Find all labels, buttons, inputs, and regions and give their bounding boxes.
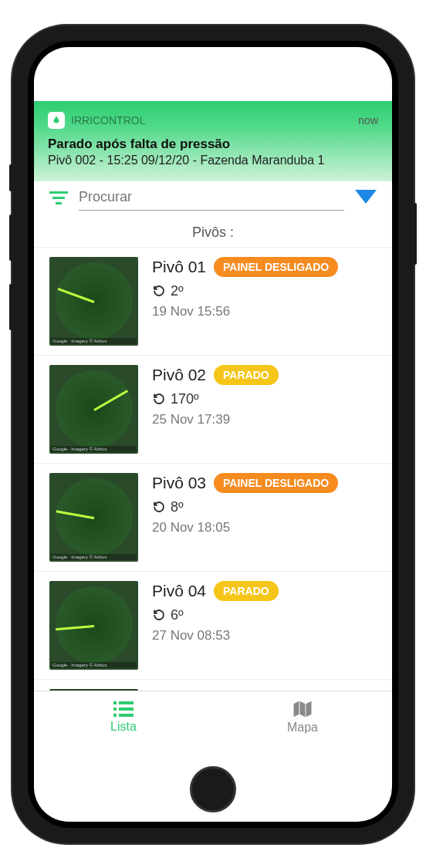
- pivot-item[interactable]: Google · Imagery © Airbus Pivô 03 PAINEL…: [34, 464, 392, 572]
- svg-rect-4: [113, 701, 117, 704]
- status-badge: PAINEL DESLIGADO: [214, 473, 338, 493]
- tab-map[interactable]: Mapa: [213, 691, 392, 745]
- tab-label: Lista: [110, 720, 137, 734]
- map-icon: [293, 701, 312, 718]
- pivot-thumbnail: Google · Imagery © Airbus: [49, 257, 138, 346]
- pivot-list: Google · Imagery © Airbus Pivô 01 PAINEL…: [34, 248, 392, 711]
- pivot-item[interactable]: Google · Imagery © Airbus Pivô 01 PAINEL…: [34, 248, 392, 356]
- status-badge: PAINEL DESLIGADO: [214, 257, 338, 277]
- pivot-timestamp: 27 Nov 08:53: [152, 628, 377, 643]
- pivot-thumbnail: Google · Imagery © Airbus: [49, 365, 138, 454]
- phone-frame: IRRICONTROL now Parado após falta de pre…: [12, 25, 414, 843]
- list-icon: [113, 701, 134, 717]
- pivot-name: Pivô 03: [152, 474, 206, 492]
- home-button[interactable]: [190, 766, 236, 812]
- pivot-name: Pivô 01: [152, 258, 206, 276]
- svg-rect-8: [113, 714, 117, 717]
- pivot-timestamp: 19 Nov 15:56: [152, 304, 377, 319]
- pivot-angle: 8º: [171, 499, 184, 515]
- pivot-name: Pivô 04: [152, 582, 206, 600]
- svg-rect-9: [119, 714, 134, 717]
- pivot-angle: 2º: [171, 283, 184, 299]
- pivot-timestamp: 20 Nov 18:05: [152, 520, 377, 535]
- app-icon: [48, 112, 65, 129]
- pivot-thumbnail: Google · Imagery © Airbus: [49, 581, 138, 670]
- svg-rect-0: [49, 191, 68, 194]
- section-label: Pivôs :: [34, 218, 392, 248]
- pivot-thumbnail: Google · Imagery © Airbus: [49, 473, 138, 562]
- status-badge: PARADO: [214, 365, 279, 385]
- rotation-icon: [152, 392, 166, 406]
- tab-list[interactable]: Lista: [34, 691, 213, 745]
- notification-time: now: [358, 114, 378, 127]
- notification-app-name: IRRICONTROL: [71, 114, 358, 127]
- pivot-angle: 170º: [171, 391, 199, 407]
- svg-rect-6: [113, 708, 117, 711]
- search-input[interactable]: [79, 184, 344, 211]
- svg-rect-2: [56, 202, 62, 204]
- pivot-timestamp: 25 Nov 17:39: [152, 412, 377, 427]
- pivot-item[interactable]: Google · Imagery © Airbus Pivô 04 PARADO…: [34, 572, 392, 680]
- notification-banner[interactable]: IRRICONTROL now Parado após falta de pre…: [34, 101, 392, 181]
- svg-rect-7: [119, 708, 134, 711]
- pivot-angle: 6º: [171, 607, 184, 623]
- pivot-name: Pivô 02: [152, 366, 206, 384]
- svg-marker-3: [355, 190, 377, 204]
- notification-title: Parado após falta de pressão: [48, 137, 378, 152]
- pivot-item[interactable]: Google · Imagery © Airbus Pivô 02 PARADO…: [34, 356, 392, 464]
- rotation-icon: [152, 608, 166, 622]
- rotation-icon: [152, 500, 166, 514]
- dropdown-icon[interactable]: [355, 190, 377, 205]
- bottom-tabs: Lista Mapa: [34, 691, 392, 745]
- notification-body: Pivô 002 - 15:25 09/12/20 - Fazenda Mara…: [48, 154, 378, 167]
- svg-rect-5: [119, 701, 134, 704]
- tab-label: Mapa: [287, 721, 318, 735]
- filter-icon[interactable]: [49, 190, 68, 205]
- status-badge: PARADO: [214, 581, 279, 601]
- svg-rect-1: [52, 197, 65, 199]
- rotation-icon: [152, 284, 166, 298]
